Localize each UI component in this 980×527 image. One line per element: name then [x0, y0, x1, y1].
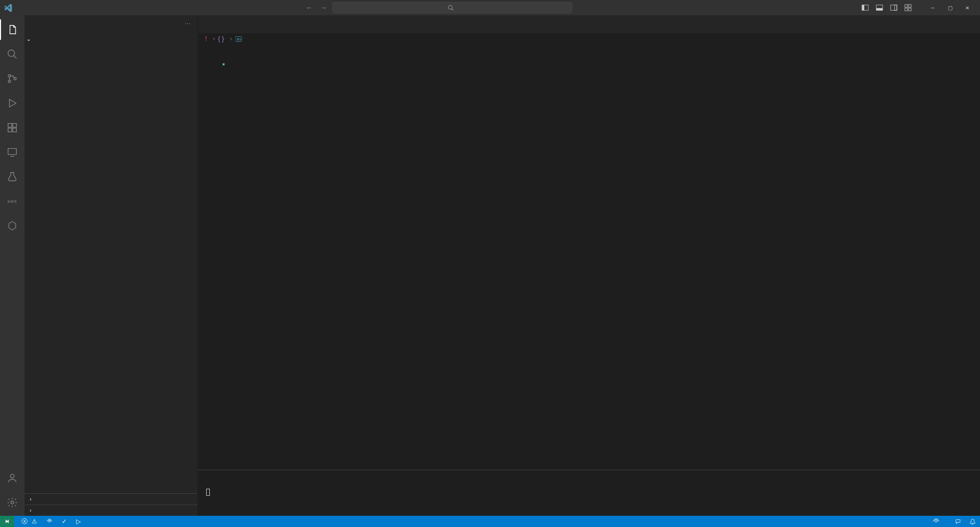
bottom-panel — [198, 470, 980, 516]
svg-line-13 — [14, 56, 17, 59]
status-aws[interactable]: ✓ — [62, 518, 69, 525]
code-editor[interactable] — [198, 44, 980, 470]
svg-rect-7 — [895, 5, 897, 11]
svg-point-27 — [49, 521, 51, 522]
svg-point-14 — [8, 75, 11, 77]
settings-gear-icon[interactable] — [0, 492, 24, 513]
run-debug-icon[interactable] — [0, 93, 24, 113]
explorer-icon[interactable] — [0, 19, 24, 40]
svg-point-24 — [11, 501, 14, 504]
svg-line-1 — [452, 9, 453, 10]
vscode-icon — [4, 4, 12, 12]
aws-toolkit-icon[interactable]: aws — [0, 191, 24, 211]
window-maximize[interactable]: ▢ — [941, 0, 959, 15]
svg-point-15 — [8, 80, 11, 83]
svg-rect-10 — [905, 8, 908, 11]
svg-rect-21 — [8, 149, 17, 155]
explorer-more-icon[interactable]: ⋯ — [185, 21, 191, 28]
project-header[interactable]: ⌄ — [24, 33, 198, 44]
svg-rect-6 — [891, 5, 897, 11]
title-bar: ← → ─ ▢ ✕ — [0, 0, 980, 15]
status-bar: ⓧ⚠ ✓ ▷ — [0, 516, 980, 527]
timeline-section[interactable]: › — [24, 505, 198, 516]
symbol-string-icon: abc — [235, 36, 242, 42]
remote-indicator[interactable] — [0, 516, 14, 527]
braces-icon: { } — [218, 35, 224, 42]
svg-rect-20 — [13, 124, 16, 127]
terminal-cursor — [206, 489, 210, 496]
breadcrumb[interactable]: ! › { } › abc — [198, 33, 980, 44]
svg-point-0 — [449, 6, 453, 10]
svg-rect-9 — [909, 5, 911, 7]
panel-tabs — [198, 470, 980, 486]
source-control-icon[interactable] — [0, 68, 24, 89]
nav-back[interactable]: ← — [306, 4, 313, 12]
svg-point-23 — [10, 474, 14, 478]
svg-rect-17 — [8, 124, 12, 127]
editor-area: ! › { } › abc — [198, 15, 980, 516]
svg-rect-18 — [8, 128, 12, 132]
search-icon[interactable] — [0, 44, 24, 64]
svg-rect-5 — [876, 8, 883, 10]
command-center[interactable] — [332, 2, 572, 13]
svg-rect-3 — [862, 5, 864, 11]
file-tree — [24, 44, 198, 493]
activity-bar: aws — [0, 15, 24, 516]
account-icon[interactable] — [0, 468, 24, 488]
remote-explorer-icon[interactable] — [0, 142, 24, 162]
sidebar: ⋯ ⌄ › › — [24, 15, 198, 516]
status-feedback-icon[interactable] — [955, 518, 962, 525]
breadcrumb-file-icon: ! — [205, 35, 207, 42]
svg-text:abc: abc — [236, 37, 242, 40]
status-golive[interactable] — [933, 518, 941, 524]
extensions-icon[interactable] — [0, 117, 24, 138]
customize-layout-icon[interactable] — [904, 4, 912, 11]
svg-point-16 — [14, 78, 16, 80]
status-bell-icon[interactable] — [969, 518, 976, 525]
status-errors[interactable]: ⓧ⚠ — [21, 517, 39, 526]
window-minimize[interactable]: ─ — [924, 0, 941, 15]
outline-section[interactable]: › — [24, 493, 198, 505]
svg-rect-19 — [13, 128, 16, 132]
status-ports[interactable] — [46, 518, 55, 524]
svg-rect-8 — [905, 5, 908, 7]
layout-panel-icon[interactable] — [876, 4, 883, 11]
testing-icon[interactable] — [0, 166, 24, 187]
terminal-content[interactable] — [198, 486, 980, 498]
svg-rect-29 — [956, 519, 960, 522]
svg-point-28 — [936, 521, 937, 522]
nav-forward[interactable]: → — [320, 4, 327, 12]
status-amazonq[interactable]: ▷ — [76, 518, 83, 525]
amazon-q-icon[interactable] — [0, 215, 24, 236]
svg-point-12 — [8, 50, 15, 57]
layout-sidebar-left-icon[interactable] — [862, 4, 869, 11]
svg-rect-11 — [909, 8, 911, 11]
window-close[interactable]: ✕ — [959, 0, 976, 15]
layout-sidebar-right-icon[interactable] — [890, 4, 897, 11]
editor-tabs — [198, 15, 980, 33]
